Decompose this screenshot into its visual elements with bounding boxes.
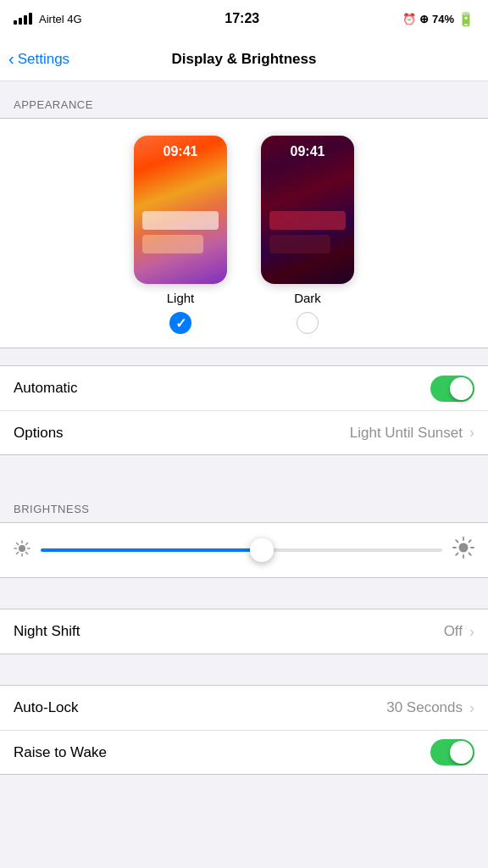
dark-radio[interactable] (297, 312, 319, 334)
brightness-low-icon (14, 540, 30, 561)
separator-3 (0, 654, 488, 685)
alarm-icon: ⏰ (402, 13, 416, 25)
automatic-label: Automatic (14, 380, 78, 397)
options-value: Light Until Sunset (350, 425, 463, 442)
auto-lock-chevron-icon: › (469, 699, 474, 717)
svg-line-17 (456, 554, 458, 555)
svg-line-8 (17, 552, 19, 554)
brightness-section (0, 522, 488, 578)
light-phone-preview: 09:41 (134, 136, 227, 284)
automatic-row: Automatic (0, 366, 488, 410)
light-radio[interactable]: ✓ (169, 312, 191, 334)
back-button[interactable]: ‹ Settings (8, 50, 69, 69)
brightness-section-label: BRIGHTNESS (0, 486, 488, 522)
dark-option[interactable]: 09:41 Dark (261, 136, 354, 334)
nav-bar: ‹ Settings Display & Brightness (0, 37, 488, 81)
night-shift-label: Night Shift (14, 623, 80, 640)
separator-1 (0, 455, 488, 486)
svg-line-16 (469, 540, 471, 542)
brightness-row (14, 537, 474, 564)
light-widget-bar-1 (142, 211, 219, 230)
raise-to-wake-toggle-thumb (450, 741, 473, 764)
battery-icon: 🔋 (458, 11, 474, 27)
location-icon: ⊕ (419, 13, 429, 25)
brightness-slider-thumb[interactable] (250, 538, 274, 562)
svg-point-0 (19, 545, 25, 552)
night-shift-value: Off (444, 623, 463, 640)
night-shift-group: Night Shift Off › (0, 609, 488, 654)
appearance-section: 09:41 Light ✓ 09:41 Dark (0, 118, 488, 348)
status-right: ⏰ ⊕ 74% 🔋 (402, 11, 474, 27)
options-row[interactable]: Options Light Until Sunset › (0, 410, 488, 454)
raise-to-wake-row: Raise to Wake (0, 730, 488, 774)
dark-widget-bar-2 (269, 235, 330, 253)
svg-line-7 (26, 542, 28, 544)
light-phone-widgets (142, 211, 219, 259)
automatic-toggle-thumb (450, 377, 473, 400)
brightness-slider-track[interactable] (41, 548, 442, 552)
svg-line-6 (26, 552, 28, 554)
light-option[interactable]: 09:41 Light ✓ (134, 136, 227, 334)
night-shift-right: Off › (444, 623, 474, 641)
appearance-settings-group: Automatic Options Light Until Sunset › (0, 365, 488, 455)
svg-point-9 (459, 543, 469, 553)
appearance-section-label: APPEARANCE (0, 81, 488, 118)
auto-lock-label: Auto-Lock (14, 699, 79, 716)
brightness-slider-fill (41, 548, 262, 552)
auto-lock-value: 30 Seconds (386, 699, 463, 716)
svg-line-14 (456, 540, 458, 542)
lock-wake-group: Auto-Lock 30 Seconds › Raise to Wake (0, 685, 488, 775)
night-shift-row[interactable]: Night Shift Off › (0, 609, 488, 654)
page-title: Display & Brightness (172, 51, 317, 68)
checkmark-icon: ✓ (175, 315, 186, 331)
auto-lock-right: 30 Seconds › (386, 699, 474, 717)
raise-to-wake-toggle[interactable] (430, 739, 474, 765)
status-left: Airtel 4G (14, 13, 82, 25)
status-time: 17:23 (225, 11, 259, 26)
status-bar: Airtel 4G 17:23 ⏰ ⊕ 74% 🔋 (0, 0, 488, 37)
carrier-label: Airtel 4G (39, 13, 82, 25)
brightness-high-icon (452, 537, 474, 564)
svg-line-15 (469, 554, 471, 555)
auto-lock-row[interactable]: Auto-Lock 30 Seconds › (0, 686, 488, 730)
back-label: Settings (18, 51, 69, 68)
appearance-options: 09:41 Light ✓ 09:41 Dark (0, 136, 488, 334)
separator-2 (0, 578, 488, 609)
options-right: Light Until Sunset › (350, 424, 474, 442)
light-phone-time: 09:41 (134, 144, 227, 159)
dark-label: Dark (294, 291, 321, 305)
night-shift-chevron-icon: › (469, 623, 474, 641)
battery-percent: 74% (432, 13, 454, 25)
light-label: Light (167, 291, 195, 305)
dark-phone-time: 09:41 (261, 144, 354, 159)
raise-to-wake-label: Raise to Wake (14, 744, 107, 761)
back-chevron-icon: ‹ (8, 49, 14, 69)
dark-widget-bar-1 (269, 211, 346, 230)
dark-phone-widgets (269, 211, 346, 259)
page-bottom (0, 775, 488, 809)
signal-bars (14, 13, 32, 25)
light-widget-bar-2 (142, 235, 203, 253)
options-label: Options (14, 425, 64, 442)
options-chevron-icon: › (469, 424, 474, 442)
svg-line-5 (17, 542, 19, 544)
automatic-toggle[interactable] (430, 376, 474, 402)
dark-phone-preview: 09:41 (261, 136, 354, 284)
